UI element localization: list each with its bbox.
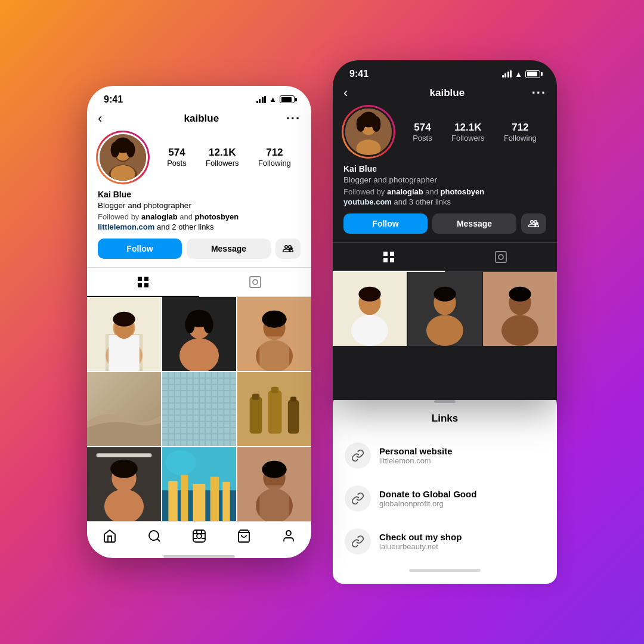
tab-tagged-dark[interactable] — [445, 243, 557, 271]
following-count-light: 712 — [266, 147, 283, 159]
bio-followed-dark: Followed by analoglab and photosbyen — [343, 187, 546, 196]
avatar-wrapper-light — [98, 132, 148, 182]
svg-point-93 — [286, 531, 291, 535]
add-friend-button-light[interactable] — [275, 239, 301, 259]
photo-grid-light — [87, 297, 311, 521]
svg-rect-106 — [496, 252, 506, 262]
add-friend-button-dark[interactable] — [521, 213, 546, 234]
tab-tagged-light[interactable] — [199, 268, 311, 296]
svg-line-84 — [157, 539, 159, 541]
svg-rect-32 — [259, 337, 289, 371]
bio-text-dark: Blogger and photographer — [343, 175, 546, 186]
bio-link-light[interactable]: littlelemon.com and 2 other links — [98, 222, 301, 231]
svg-rect-60 — [268, 391, 282, 434]
svg-rect-10 — [138, 277, 142, 281]
grid-cell-9[interactable] — [237, 447, 311, 521]
bio-link-suffix-dark: and 3 other links — [394, 197, 451, 206]
grid-cell-1[interactable] — [87, 297, 161, 371]
profile-header-dark: ‹ kaiblue ··· — [333, 83, 557, 107]
battery-icon-dark — [525, 70, 540, 78]
status-icons-dark: ▲ — [502, 70, 540, 79]
signal-icon-light — [256, 96, 267, 103]
follow-button-dark[interactable]: Follow — [343, 213, 428, 234]
grid-cell-4[interactable] — [87, 372, 161, 446]
svg-rect-59 — [250, 397, 262, 434]
avatar-dark — [343, 107, 394, 157]
link-title-2: Check out my shop — [379, 532, 462, 542]
sheet-handle — [434, 400, 456, 403]
link-item-2[interactable]: Check out my shop lalueurbeauty.net — [333, 520, 557, 563]
followers-label-light: Followers — [206, 159, 239, 168]
status-bar-light: 9:41 ▲ — [87, 86, 311, 109]
svg-point-6 — [111, 142, 120, 157]
link-content-2: Check out my shop lalueurbeauty.net — [379, 532, 462, 551]
grid-cell-7[interactable] — [87, 447, 161, 521]
grid-cell-8[interactable] — [162, 447, 236, 521]
profile-nav-icon-light[interactable] — [281, 529, 296, 547]
bio-link-dark[interactable]: youtube.com and 3 other links — [343, 197, 546, 206]
grid-cell-2[interactable] — [162, 297, 236, 371]
stat-followers-light[interactable]: 12.1K Followers — [206, 147, 239, 168]
more-button-light[interactable]: ··· — [286, 111, 301, 126]
message-button-light[interactable]: Message — [187, 239, 271, 259]
stats-row-light: 574 Posts 12.1K Followers 712 Following — [157, 147, 301, 168]
svg-point-77 — [165, 451, 196, 475]
more-button-dark[interactable]: ··· — [532, 85, 546, 101]
followers-count-dark: 12.1K — [454, 122, 481, 134]
home-nav-icon-light[interactable] — [103, 529, 117, 547]
grid-cell-dark-2[interactable] — [408, 272, 482, 346]
status-icons-light: ▲ — [256, 95, 295, 104]
link-item-0[interactable]: Personal website littlelemon.com — [333, 434, 557, 477]
stat-following-dark[interactable]: 712 Following — [504, 122, 537, 143]
bio-section-light: Kai Blue Blogger and photographer Follow… — [87, 190, 311, 239]
svg-point-28 — [203, 316, 213, 333]
stat-followers-dark[interactable]: 12.1K Followers — [451, 122, 485, 143]
stats-row-dark: 574 Posts 12.1K Followers 712 Following — [403, 122, 546, 143]
message-button-dark[interactable]: Message — [432, 213, 516, 234]
back-button-dark[interactable]: ‹ — [343, 85, 363, 101]
grid-cell-5[interactable] — [162, 372, 236, 446]
svg-rect-14 — [250, 277, 261, 287]
link-url-1: globalnonprofit.org — [379, 499, 476, 508]
search-nav-icon-light[interactable] — [147, 529, 162, 547]
scene: 9:41 ▲ ‹ kaiblue ··· — [0, 0, 644, 644]
svg-point-119 — [509, 287, 531, 302]
svg-rect-81 — [259, 486, 289, 522]
signal-icon-dark — [502, 70, 512, 78]
link-icon-wrap-2 — [345, 528, 371, 555]
tab-grid-dark[interactable] — [333, 243, 445, 271]
svg-rect-103 — [390, 252, 394, 256]
grid-cell-dark-3[interactable] — [483, 272, 557, 346]
shop-nav-icon-light[interactable] — [237, 529, 251, 547]
svg-rect-12 — [138, 283, 142, 287]
reels-nav-icon-light[interactable] — [192, 529, 206, 547]
phone-dark: 9:41 ▲ ‹ kaiblue ··· — [333, 60, 557, 400]
tab-grid-light[interactable] — [87, 268, 199, 296]
photo-grid-dark — [333, 272, 557, 343]
grid-cell-dark-1[interactable] — [333, 272, 407, 346]
link-item-1[interactable]: Donate to Global Good globalnonprofit.or… — [333, 477, 557, 520]
svg-point-118 — [501, 315, 538, 346]
svg-point-115 — [434, 287, 456, 302]
grid-cell-6[interactable] — [237, 372, 311, 446]
stat-following-light[interactable]: 712 Following — [258, 147, 291, 168]
svg-rect-85 — [193, 530, 205, 542]
svg-rect-104 — [383, 258, 388, 262]
svg-point-82 — [262, 461, 286, 478]
bio-link-suffix-light: and 2 other links — [157, 222, 213, 231]
svg-point-69 — [110, 460, 137, 478]
back-button-light[interactable]: ‹ — [98, 111, 117, 126]
svg-point-111 — [358, 287, 380, 302]
svg-point-33 — [262, 311, 286, 328]
action-buttons-light: Follow Message — [87, 239, 311, 267]
grid-cell-3[interactable] — [237, 297, 311, 371]
username-title-dark: kaiblue — [430, 87, 465, 99]
followers-count-light: 12.1K — [209, 147, 236, 159]
link-url-0: littlelemon.com — [379, 456, 453, 465]
link-url-2: lalueurbeauty.net — [379, 542, 462, 551]
follow-button-light[interactable]: Follow — [98, 239, 182, 259]
stat-posts-dark: 574 Posts — [413, 122, 432, 143]
profile-tabs-dark — [333, 242, 557, 272]
link-title-1: Donate to Global Good — [379, 489, 476, 499]
svg-rect-13 — [144, 283, 148, 287]
